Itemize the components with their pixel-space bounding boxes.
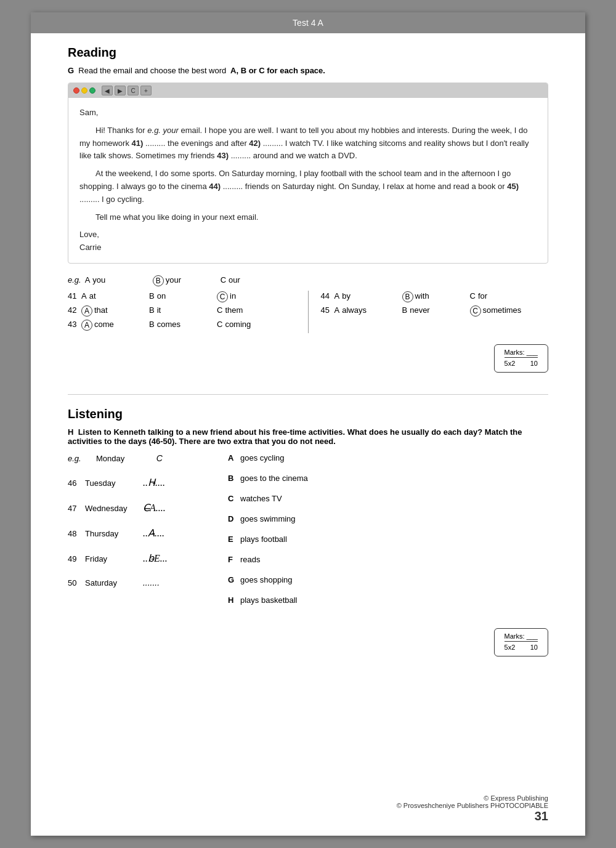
nav-buttons: ◀ ▶ C + — [102, 86, 152, 95]
activity-d: D goes swimming — [228, 514, 548, 523]
reading-instruction: G Read the email and choose the best wor… — [68, 66, 548, 75]
answer-row-eg: e.g. A you B your C our — [68, 275, 548, 286]
ans-44-b: B with — [402, 291, 458, 302]
ans-43-a: A come — [81, 319, 137, 330]
email-para1: Hi! Thanks for e.g. your email. I hope y… — [79, 124, 537, 163]
marks-label: Marks: ___ — [505, 348, 538, 357]
answer-row-42: 42 A that B it C them — [68, 305, 296, 316]
circled-a43: A — [81, 320, 92, 331]
ans-42-b: B it — [149, 305, 205, 315]
activity-c: C watches TV — [228, 494, 548, 503]
circled-c45: C — [470, 305, 481, 317]
listening-marks-label: Marks: ___ — [505, 632, 538, 641]
listening-marks-box: Marks: ___ 5x2 10 — [494, 628, 548, 656]
tl-green — [89, 87, 95, 94]
answer-row-44: 44 A by B with C for — [321, 291, 549, 302]
email-para2: At the weekend, I do some sports. On Sat… — [79, 168, 537, 206]
header-title: Test 4 A — [293, 18, 323, 28]
right-answers-col: 44 A by B with C for — [321, 291, 549, 333]
ans-43-c: C coming — [217, 320, 272, 329]
day-row-50: 50 Saturday ....... — [68, 578, 203, 588]
ans-42-a: A that — [81, 305, 137, 316]
listening-section: Listening H Listen to Kenneth talking to… — [68, 407, 548, 656]
ans-44-a: A by — [334, 291, 390, 301]
nav-back: ◀ — [102, 86, 113, 95]
activity-b: B goes to the cinema — [228, 474, 548, 483]
page-number: 31 — [535, 809, 548, 823]
ans-45-b: B never — [402, 305, 458, 315]
listening-instruction: H Listen to Kenneth talking to a new fri… — [68, 427, 548, 446]
nav-forward: ▶ — [115, 86, 126, 95]
instruction-letter: G — [68, 66, 74, 75]
reading-section: Reading G Read the email and choose the … — [68, 46, 548, 373]
listening-marks-denom: 5x2 10 — [505, 641, 538, 652]
email-toolbar: ◀ ▶ C + — [68, 83, 548, 98]
answer-section: e.g. A you B your C our — [68, 275, 548, 373]
tl-red — [73, 87, 79, 94]
days-column: e.g. Monday C 46 Tuesday ..H̵.... 47 Wed… — [68, 453, 203, 616]
nav-plus: + — [140, 86, 152, 95]
eg-label: e.g. — [68, 275, 81, 285]
listening-title: Listening — [68, 407, 548, 421]
email-closing: Love,Carrie — [79, 228, 537, 254]
ans-eg-c: C our — [221, 275, 276, 285]
marks-denom: 5x2 10 — [505, 357, 538, 368]
activity-e: E plays football — [228, 535, 548, 544]
answer-row-41: 41 A at B on C in — [68, 291, 296, 302]
activity-a: A goes cycling — [228, 453, 548, 462]
answer-row-43: 43 A come B comes C coming — [68, 319, 296, 330]
ans-45-c: C sometimes — [470, 305, 525, 316]
activities-column: A goes cycling B goes to the cinema C wa… — [228, 453, 548, 616]
ans-41-b: B on — [149, 291, 205, 301]
page-footer: © Express Publishing © Prosveshcheniye P… — [397, 794, 548, 823]
column-divider — [308, 291, 309, 333]
listening-letter: H — [68, 427, 73, 437]
reading-title: Reading — [68, 46, 548, 60]
ans-42-c: C them — [217, 305, 272, 315]
instruction-emphasis: A, B or C for each space. — [230, 66, 325, 75]
email-body: Sam, Hi! Thanks for e.g. your email. I h… — [68, 98, 548, 263]
day-row-49: 49 Friday ..b̵E... — [68, 552, 203, 564]
day-row-46: 46 Tuesday ..H̵.... — [68, 477, 203, 488]
activity-f: F reads — [228, 555, 548, 564]
ans-41-a: A at — [81, 291, 137, 301]
circled-c41: C — [217, 291, 228, 302]
day-row-48: 48 Thursday ..A̵.... — [68, 527, 203, 539]
circled-b: B — [153, 275, 164, 286]
listening-marks-area: Marks: ___ 5x2 10 — [68, 622, 548, 656]
ans-45-a: A always — [334, 305, 390, 315]
ans-eg-b: B your — [153, 275, 208, 286]
reading-marks-box: Marks: ___ 5x2 10 — [494, 344, 548, 373]
instruction-text: Read the email and choose the best word — [78, 66, 226, 75]
ans-eg-a: A you — [85, 275, 140, 285]
ans-41-c: C in — [217, 291, 272, 302]
ans-43-b: B comes — [149, 320, 205, 329]
tl-yellow — [81, 87, 87, 94]
answers-columns: 41 A at B on C in — [68, 291, 548, 333]
listening-text: Listen to Kenneth talking to a new frien… — [68, 427, 522, 446]
circled-a42: A — [81, 305, 92, 317]
traffic-lights — [73, 87, 95, 94]
marks-clearfix: Marks: ___ 5x2 10 — [68, 338, 548, 373]
footer-line1: © Express Publishing — [397, 794, 548, 802]
footer-line2: © Prosveshcheniye Publishers PHOTOCOPIAB… — [397, 802, 548, 809]
ans-44-c: C for — [470, 291, 525, 301]
nav-refresh: C — [128, 86, 139, 95]
email-salutation: Sam, — [79, 107, 537, 119]
answer-row-45: 45 A always B never C sometimes — [321, 305, 549, 316]
day-row-eg: e.g. Monday C — [68, 453, 203, 463]
activity-g: G goes shopping — [228, 575, 548, 584]
header-bar: Test 4 A — [31, 12, 585, 33]
left-answers-col: 41 A at B on C in — [68, 291, 296, 333]
circled-b44: B — [402, 291, 413, 302]
email-container: ◀ ▶ C + Sam, Hi! Thanks for e.g. your em… — [68, 83, 548, 264]
matching-container: e.g. Monday C 46 Tuesday ..H̵.... 47 Wed… — [68, 453, 548, 616]
day-row-47: 47 Wednesday C̶A.... — [68, 502, 203, 514]
activity-h: H plays basketball — [228, 596, 548, 605]
email-para3: Tell me what you like doing in your next… — [79, 211, 537, 224]
